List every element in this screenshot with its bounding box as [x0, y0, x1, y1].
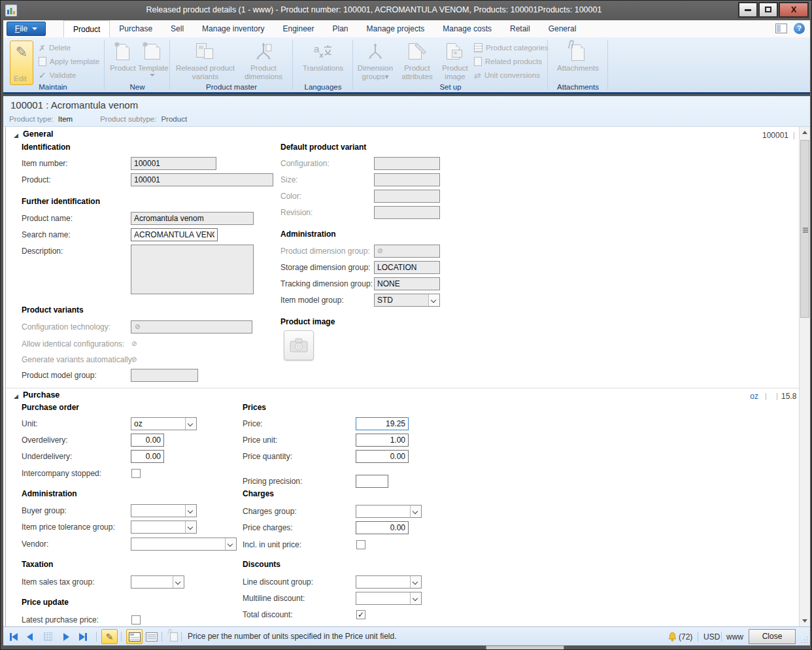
- tracking-dimension-group-label: Tracking dimension group:: [280, 277, 373, 290]
- price-charges-input[interactable]: [356, 521, 409, 534]
- configuration-technology-input[interactable]: [131, 320, 252, 334]
- tab-manage-projects[interactable]: Manage projects: [358, 20, 434, 37]
- product-image-button[interactable]: Product image: [439, 41, 471, 81]
- tab-purchase[interactable]: Purchase: [110, 20, 161, 37]
- previous-record-button[interactable]: [27, 627, 33, 646]
- item-price-tolerance-combobox[interactable]: [131, 521, 197, 534]
- tab-product[interactable]: Product: [63, 20, 110, 37]
- minimize-button[interactable]: [738, 2, 758, 18]
- chevron-down-icon[interactable]: [428, 294, 439, 306]
- help-icon[interactable]: ?: [794, 23, 805, 34]
- search-name-input[interactable]: [131, 228, 218, 241]
- storage-dimension-group-input[interactable]: [374, 261, 440, 274]
- tab-manage-costs[interactable]: Manage costs: [433, 20, 501, 37]
- vertical-scrollbar[interactable]: [799, 127, 810, 626]
- general-expander-icon[interactable]: ◢: [14, 132, 18, 139]
- total-discount-checkbox[interactable]: ✓: [356, 610, 365, 619]
- chevron-down-icon[interactable]: [185, 505, 196, 517]
- product-image-placeholder-button[interactable]: [284, 330, 314, 360]
- layout-icon[interactable]: [775, 24, 787, 33]
- file-menu-button[interactable]: File: [7, 22, 46, 36]
- price-unit-input[interactable]: [356, 434, 409, 447]
- translations-button[interactable]: a Translations: [297, 41, 348, 73]
- chevron-down-icon[interactable]: [185, 521, 196, 533]
- tracking-dimension-group-input[interactable]: [374, 277, 440, 290]
- description-input[interactable]: [131, 245, 254, 294]
- new-template-button[interactable]: ✱ Template: [138, 41, 167, 77]
- tab-plan[interactable]: Plan: [324, 20, 358, 37]
- size-input[interactable]: [374, 173, 440, 186]
- line-discount-group-combobox[interactable]: [356, 575, 422, 589]
- underdelivery-input[interactable]: [131, 450, 164, 463]
- scrollbar-thumb[interactable]: [800, 140, 809, 318]
- product-attributes-button[interactable]: Product attributes: [397, 41, 437, 81]
- scroll-down-button[interactable]: [800, 615, 810, 626]
- details-view-button[interactable]: [126, 629, 143, 644]
- price-input[interactable]: [356, 417, 409, 430]
- charges-group-combobox[interactable]: [356, 505, 422, 518]
- chevron-down-icon[interactable]: [185, 418, 196, 430]
- incl-in-unit-price-checkbox[interactable]: [356, 540, 365, 549]
- multiline-discount-combobox[interactable]: [356, 592, 422, 605]
- price-quantity-input[interactable]: [356, 450, 409, 463]
- resize-grip[interactable]: [807, 643, 808, 643]
- tab-retail[interactable]: Retail: [501, 20, 539, 37]
- related-products-button[interactable]: Related products: [474, 56, 542, 67]
- item-sales-tax-combobox[interactable]: [131, 575, 184, 589]
- overdelivery-input[interactable]: [131, 434, 164, 447]
- first-record-button[interactable]: [10, 627, 18, 646]
- dimension-groups-button[interactable]: Dimension groups▾: [355, 41, 396, 81]
- tab-manage-inventory[interactable]: Manage inventory: [193, 20, 273, 37]
- intercompany-stopped-checkbox[interactable]: [131, 469, 141, 478]
- product-label: Product:: [22, 173, 51, 186]
- latest-purchase-price-checkbox[interactable]: [131, 615, 141, 624]
- chevron-down-icon[interactable]: [410, 505, 421, 517]
- pricing-precision-input[interactable]: [356, 475, 388, 488]
- color-input[interactable]: [374, 190, 440, 203]
- unit-conversions-button[interactable]: ⇄ Unit conversions: [474, 69, 540, 81]
- edit-button[interactable]: ✎ Edit: [10, 41, 33, 85]
- grid-view-nav-icon[interactable]: [44, 627, 52, 646]
- chevron-down-icon[interactable]: [225, 538, 236, 550]
- purchase-badge-unit[interactable]: oz: [739, 392, 758, 401]
- close-form-button[interactable]: Close: [749, 629, 796, 644]
- last-record-button[interactable]: [79, 627, 87, 646]
- product-categories-button[interactable]: Product categories: [474, 42, 549, 54]
- purchase-expander-icon[interactable]: ◢: [14, 393, 18, 400]
- tab-general[interactable]: General: [539, 20, 586, 37]
- item-number-input[interactable]: [131, 157, 216, 170]
- chevron-down-icon[interactable]: [410, 576, 421, 588]
- tab-engineer[interactable]: Engineer: [273, 20, 323, 37]
- close-window-button[interactable]: X: [779, 2, 809, 18]
- item-model-group-combobox[interactable]: STD: [374, 294, 440, 307]
- apply-template-button[interactable]: Apply template: [39, 56, 99, 67]
- next-record-button[interactable]: [63, 627, 69, 646]
- edit-mode-button[interactable]: ✎: [101, 629, 118, 644]
- product-dimension-group-input[interactable]: [374, 245, 440, 258]
- ribbon-separator: [169, 40, 170, 90]
- chevron-down-icon[interactable]: [173, 576, 184, 588]
- alerts-indicator[interactable]: (72): [668, 627, 692, 646]
- product-dimensions-button[interactable]: Product dimensions: [239, 41, 288, 81]
- revision-input[interactable]: [374, 206, 440, 219]
- product-model-group-input[interactable]: [131, 369, 198, 382]
- new-product-button[interactable]: ✱ Product: [109, 41, 137, 73]
- delete-button[interactable]: ✗ Delete: [39, 42, 71, 54]
- maximize-button[interactable]: [758, 2, 778, 18]
- unit-combobox[interactable]: oz: [131, 417, 197, 430]
- released-product-variants-button[interactable]: Released product variants: [175, 41, 236, 81]
- buyer-group-combobox[interactable]: [131, 504, 197, 517]
- company-indicator[interactable]: www: [726, 627, 743, 646]
- product-input[interactable]: [131, 173, 273, 186]
- chevron-down-icon[interactable]: [410, 592, 421, 604]
- scroll-up-button[interactable]: [800, 127, 810, 138]
- attachments-button[interactable]: Attachments: [552, 41, 603, 73]
- attachments-status-button[interactable]: [165, 629, 182, 644]
- product-name-input[interactable]: [131, 212, 254, 225]
- vendor-combobox[interactable]: [131, 538, 237, 551]
- currency-indicator[interactable]: USD: [703, 627, 720, 646]
- configuration-input[interactable]: [374, 157, 440, 170]
- validate-button[interactable]: ✓ Validate: [39, 69, 76, 81]
- grid-view-button[interactable]: [143, 629, 160, 644]
- tab-sell[interactable]: Sell: [161, 20, 193, 37]
